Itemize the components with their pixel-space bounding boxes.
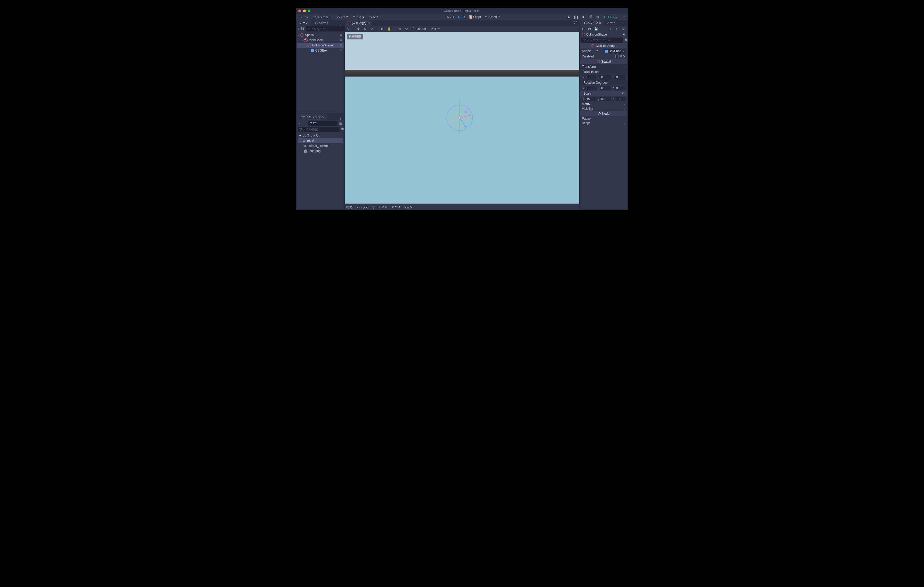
inspector-panel-menu[interactable]: ⋮	[621, 22, 627, 26]
collapse-icon[interactable]: ⌄	[305, 44, 308, 47]
scale-z-input[interactable]	[615, 97, 626, 101]
close-window-icon[interactable]	[298, 10, 301, 12]
nav-back-button[interactable]: ‹	[298, 122, 302, 125]
group-tool[interactable]: ⊕	[398, 27, 402, 31]
visibility-toggle[interactable]: 👁	[340, 33, 343, 37]
instance-scene-button[interactable]: ⛓	[301, 27, 304, 31]
prop-visibility[interactable]: Visibility⌄	[580, 107, 627, 111]
menu-debug[interactable]: デバッグ	[334, 15, 350, 19]
scale-tool[interactable]: ⤢	[370, 27, 374, 31]
tab-debugger[interactable]: デバッガ	[356, 205, 368, 209]
nav-forward-button[interactable]: ›	[303, 122, 307, 125]
translation-x-input[interactable]	[586, 76, 596, 79]
search-icon[interactable]: 🔍	[625, 38, 628, 42]
play-custom-scene-button[interactable]: ⧉	[595, 15, 600, 19]
projection-badge[interactable]: 透視投影	[347, 34, 363, 39]
prop-matrix[interactable]: Matrix⌄	[580, 102, 627, 107]
menu-scene[interactable]: シーン	[298, 15, 311, 19]
stop-button[interactable]: ■	[581, 15, 586, 19]
tab-import[interactable]: インポート	[311, 20, 332, 26]
filter-nodes-input[interactable]	[306, 26, 348, 31]
menu-project[interactable]: プロジェクト	[311, 15, 334, 19]
local-space-button[interactable]: ⟲	[404, 27, 408, 31]
tab-node[interactable]: ノード	[604, 20, 619, 26]
tree-node-spatial[interactable]: ⌄ Spatial 👁	[297, 33, 344, 38]
translation-y-input[interactable]	[600, 76, 611, 79]
visibility-toggle[interactable]: 👁	[340, 49, 343, 52]
inspected-object-name[interactable]: CollisionShape	[586, 33, 623, 36]
transform-menu[interactable]: Transform	[411, 27, 427, 31]
revert-button[interactable]: ↶	[622, 92, 624, 95]
tab-filesystem[interactable]: ファイルシステム	[297, 114, 327, 120]
translation-z-input[interactable]	[615, 76, 626, 79]
load-resource-button[interactable]: 🗀	[588, 27, 592, 31]
3d-viewport[interactable]: 透視投影	[345, 32, 579, 204]
rotation-y-input[interactable]	[600, 86, 611, 90]
mode-3d[interactable]: ↯3D	[457, 15, 465, 19]
pause-button[interactable]: ❚❚	[574, 15, 578, 19]
collapse-icon[interactable]: ⌄	[301, 39, 304, 41]
tab-scene[interactable]: シーン	[297, 20, 311, 26]
view-mode-button[interactable]: ▤	[338, 122, 343, 125]
section-collisionshape[interactable]: CollisionShape	[580, 43, 627, 48]
select-tool[interactable]: ↖	[346, 27, 350, 31]
history-button[interactable]: ↻	[622, 27, 626, 31]
favorites-row[interactable]: ★お気に入り:	[298, 133, 343, 138]
tab-audio[interactable]: オーディオ	[372, 205, 388, 209]
path-field[interactable]: res://	[308, 121, 337, 126]
prop-script[interactable]: Script⌄	[580, 121, 627, 125]
renderer-select[interactable]: GLES3⌄	[602, 15, 619, 19]
menu-help[interactable]: ヘルプ	[367, 15, 380, 19]
shape-dropdown[interactable]: BoxShap ⌄	[604, 49, 626, 53]
scale-x-input[interactable]	[586, 97, 596, 101]
rotation-x-input[interactable]	[586, 86, 596, 90]
snap-tool[interactable]: ⊞	[380, 27, 384, 31]
lock-tool[interactable]: 🔒	[387, 27, 391, 31]
tree-node-rigidbody[interactable]: ⌄ RigidBody 👁	[297, 38, 344, 43]
move-tool[interactable]: ✥	[356, 27, 360, 31]
folder-res[interactable]: ⌄🗀res://	[298, 138, 343, 143]
visibility-toggle[interactable]: 👁	[340, 38, 343, 42]
tree-node-collisionshape[interactable]: ⌄ CollisionShape 👁	[297, 43, 344, 48]
prop-pause[interactable]: Pause⌄	[580, 116, 627, 121]
revert-button[interactable]: ↶	[595, 49, 598, 53]
play-button[interactable]: ▶	[566, 15, 571, 19]
tree-node-csgbox[interactable]: CSGBox 👁	[297, 48, 344, 53]
mode-assetlib[interactable]: 🗀AssetLib	[484, 15, 500, 19]
rotation-z-input[interactable]	[615, 86, 626, 90]
history-forward-button[interactable]: ›	[616, 27, 620, 31]
play-scene-button[interactable]: 🎬	[588, 15, 593, 19]
maximize-window-icon[interactable]	[308, 10, 310, 12]
file-default-env[interactable]: ⊕default_env.tres	[298, 143, 343, 148]
add-scene-tab-button[interactable]: +	[374, 21, 376, 25]
collapse-icon[interactable]: ⌄	[299, 140, 301, 142]
collapse-icon[interactable]: ⌄	[298, 34, 300, 36]
tab-animation[interactable]: アニメーション	[391, 205, 413, 209]
rotate-tool[interactable]: ↻	[363, 27, 367, 31]
scale-y-input[interactable]	[600, 97, 611, 101]
scene-panel-menu[interactable]: ⋮	[337, 22, 344, 26]
disabled-checkbox[interactable]: オン	[615, 54, 626, 59]
subsection-transform[interactable]: Transform⌃	[580, 64, 627, 69]
history-back-button[interactable]: ‹	[610, 27, 613, 31]
file-icon-png[interactable]: 🤖icon.png	[298, 148, 343, 154]
search-icon[interactable]: 🔍	[341, 127, 345, 132]
visibility-toggle[interactable]: 👁	[340, 44, 343, 47]
tab-inspector[interactable]: インスペクタ	[580, 20, 604, 26]
distraction-free-button[interactable]: ⛶	[574, 21, 577, 25]
section-spatial[interactable]: Spatial	[580, 59, 627, 64]
minimize-window-icon[interactable]	[303, 10, 306, 12]
view-menu[interactable]: ビュー	[429, 27, 441, 31]
filter-properties-input[interactable]	[581, 38, 623, 43]
section-node[interactable]: Node	[580, 111, 627, 116]
scene-tab-unsaved[interactable]: [未保存](*) ×	[346, 20, 372, 26]
mode-2d[interactable]: ↳2D	[447, 15, 454, 19]
tab-output[interactable]: 出力	[346, 205, 352, 209]
mode-script[interactable]: 📜Script	[469, 15, 481, 19]
new-resource-button[interactable]: 🗋	[582, 27, 586, 31]
object-settings-button[interactable]: ⚙	[623, 33, 626, 36]
close-tab-button[interactable]: ×	[368, 21, 370, 25]
add-node-button[interactable]: +	[298, 27, 300, 31]
file-search-input[interactable]	[298, 127, 340, 132]
save-resource-button[interactable]: 💾	[594, 27, 598, 31]
